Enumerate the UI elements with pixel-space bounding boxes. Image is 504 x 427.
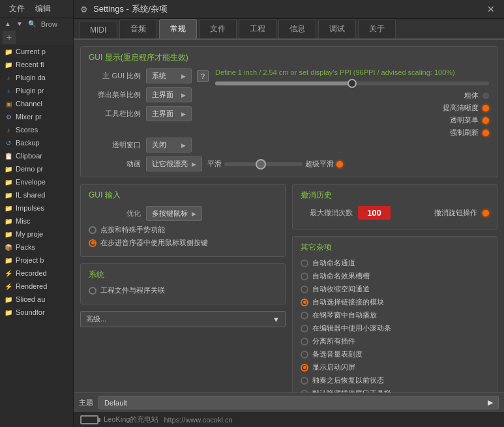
sidebar-item-current[interactable]: 📁 Current p bbox=[0, 45, 73, 58]
animation-dropdown[interactable]: 让它很漂亮 ▶ bbox=[146, 156, 202, 171]
other-option-3-radio[interactable] bbox=[301, 299, 308, 306]
radio2-group: 在步进音序器中使用鼠标双侧按键 bbox=[89, 238, 277, 248]
sidebar-item-ilshared[interactable]: 📁 IL shared bbox=[0, 188, 73, 201]
tab-debug[interactable]: 调试 bbox=[318, 19, 356, 38]
smooth-slider-thumb[interactable] bbox=[256, 159, 266, 169]
nav-up[interactable]: ▲ bbox=[3, 20, 13, 28]
other-option-8-radio[interactable] bbox=[301, 364, 308, 372]
popup-menu-label: 弹出菜单比例 bbox=[89, 90, 141, 100]
sidebar-item-clipboard[interactable]: 📋 Clipboar bbox=[0, 149, 73, 162]
sidebar-item-packs[interactable]: 📦 Packs bbox=[0, 241, 73, 254]
menu-file[interactable]: 文件 bbox=[4, 1, 30, 16]
other-option-2-radio[interactable] bbox=[301, 286, 308, 293]
sidebar-item-misc[interactable]: 📁 Misc bbox=[0, 214, 73, 228]
other-option-7-radio[interactable] bbox=[301, 351, 308, 359]
dropdown-arrow-icon: ▶ bbox=[181, 73, 186, 80]
super-smooth-led[interactable] bbox=[336, 161, 343, 168]
other-option-5-radio[interactable] bbox=[301, 325, 308, 332]
bold-led[interactable] bbox=[482, 93, 489, 99]
other-option-6: 分离所有插件 bbox=[301, 336, 489, 346]
sidebar-item-sliced[interactable]: 📁 Sliced au bbox=[0, 293, 73, 306]
sidebar-item-projectb[interactable]: 📁 Project b bbox=[0, 254, 73, 267]
other-option-0-radio[interactable] bbox=[301, 259, 308, 267]
undo-title: 撤消历史 bbox=[301, 190, 489, 201]
advanced-dropdown[interactable]: 高级... ▼ bbox=[80, 311, 286, 327]
folder-icon: 📁 bbox=[4, 216, 13, 226]
sidebar-item-channel[interactable]: ▣ Channel bbox=[0, 97, 73, 110]
sidebar-item-soundfor[interactable]: 📁 Soundfor bbox=[0, 306, 73, 319]
undo-scroll-led[interactable] bbox=[482, 210, 489, 216]
nav-down[interactable]: ▼ bbox=[14, 20, 25, 28]
animation-label: 动画 bbox=[89, 159, 141, 169]
add-button[interactable]: + bbox=[3, 31, 16, 44]
tab-project[interactable]: 工程 bbox=[239, 19, 276, 38]
main-window: ⚙ Settings - 系统/杂项 ✕ MIDI 音频 常规 文件 工程 信息… bbox=[74, 0, 504, 427]
scale-slider-thumb[interactable] bbox=[348, 79, 357, 88]
sidebar-item-backup[interactable]: ↺ Backup bbox=[0, 136, 73, 149]
gui-display-title: GUI 显示(重启程序才能生效) bbox=[89, 52, 489, 63]
title-bar-left: ⚙ Settings - 系统/杂项 bbox=[80, 3, 168, 15]
other-option-4-label: 在钢琴窗中自动播放 bbox=[312, 310, 377, 320]
popup-menu-value: 主界面 bbox=[152, 90, 173, 100]
left-column: GUI 输入 优化 多按键鼠标 ▶ 点按和特殊手势功能 bbox=[80, 184, 286, 392]
other-options-section: 其它杂项 自动命名通道 自动命名效果槽槽 bbox=[292, 236, 497, 392]
browse-label: Brow bbox=[39, 20, 59, 28]
watermark-url: https://www.cocokl.cn bbox=[164, 416, 232, 424]
popup-menu-row: 弹出菜单比例 主界面 ▶ bbox=[89, 87, 209, 102]
other-option-6-radio[interactable] bbox=[301, 338, 308, 346]
folder-icon: 📁 bbox=[4, 164, 13, 173]
sidebar-item-label: Recorded bbox=[16, 269, 47, 277]
animation-value: 让它很漂亮 bbox=[152, 159, 188, 169]
sidebar: 文件 编辑 ▲ ▼ 🔍 Brow + 📁 Current p 📁 Recent … bbox=[0, 0, 74, 427]
popup-menu-dropdown[interactable]: 主界面 ▶ bbox=[146, 87, 192, 102]
main-gui-dropdown[interactable]: 系统 ▶ bbox=[146, 68, 192, 83]
tab-midi[interactable]: MIDI bbox=[79, 21, 117, 38]
hd-led[interactable] bbox=[482, 105, 489, 111]
max-undo-input[interactable]: 100 bbox=[358, 206, 391, 220]
theme-dropdown[interactable]: Default ▶ bbox=[98, 396, 499, 409]
tab-info[interactable]: 信息 bbox=[278, 19, 316, 38]
other-option-9-radio[interactable] bbox=[301, 377, 308, 385]
sidebar-item-recorded[interactable]: ⚡ Recorded bbox=[0, 267, 73, 280]
bold-option: 粗体 bbox=[464, 91, 489, 100]
sidebar-item-mixer[interactable]: ⚙ Mixer pr bbox=[0, 110, 73, 123]
radio2-button[interactable] bbox=[89, 239, 96, 247]
help-button[interactable]: ? bbox=[197, 70, 209, 82]
other-option-4-radio[interactable] bbox=[301, 312, 308, 319]
transparent-menu-led[interactable] bbox=[482, 117, 489, 124]
sidebar-item-plugin-pr[interactable]: ♪ Plugin pr bbox=[0, 84, 73, 97]
transparent-window-dropdown[interactable]: 关闭 ▶ bbox=[146, 138, 192, 153]
tab-file[interactable]: 文件 bbox=[199, 19, 237, 38]
force-refresh-led[interactable] bbox=[482, 130, 489, 136]
sidebar-item-label: Scores bbox=[16, 126, 38, 134]
system-radio1-button[interactable] bbox=[89, 287, 96, 295]
sidebar-items: 📁 Current p 📁 Recent fi ♪ Plugin da ♪ Pl… bbox=[0, 45, 73, 427]
radio1-button[interactable] bbox=[89, 226, 96, 234]
other-option-7: 备选音量表刻度 bbox=[301, 349, 489, 359]
sidebar-item-label: Soundfor bbox=[16, 308, 45, 316]
sidebar-item-myproje[interactable]: 📁 My proje bbox=[0, 228, 73, 241]
sidebar-item-label: Channel bbox=[16, 100, 42, 108]
channel-icon: ▣ bbox=[4, 99, 13, 108]
sidebar-item-demo[interactable]: 📁 Demo pr bbox=[0, 162, 73, 175]
optimize-dropdown[interactable]: 多按键鼠标 ▶ bbox=[146, 206, 202, 221]
toolbar-dropdown[interactable]: 主界面 ▶ bbox=[146, 106, 192, 121]
main-gui-label: 主 GUI 比例 bbox=[89, 71, 141, 81]
other-option-1-radio[interactable] bbox=[301, 272, 308, 280]
close-button[interactable]: ✕ bbox=[484, 4, 497, 14]
plugin-icon: ♪ bbox=[4, 86, 13, 95]
super-smooth-label: 超级平滑 bbox=[305, 159, 334, 169]
main-gui-value: 系统 bbox=[152, 71, 166, 81]
tab-about[interactable]: 关于 bbox=[358, 19, 396, 38]
sidebar-item-recent[interactable]: 📁 Recent fi bbox=[0, 58, 73, 71]
other-option-1-label: 自动命名效果槽槽 bbox=[312, 271, 370, 281]
menu-edit[interactable]: 编辑 bbox=[30, 1, 56, 16]
tab-audio[interactable]: 音频 bbox=[119, 19, 157, 38]
sidebar-item-scores[interactable]: ♪ Scores bbox=[0, 123, 73, 136]
sidebar-item-rendered[interactable]: ⚡ Rendered bbox=[0, 280, 73, 293]
sidebar-item-plugin-da[interactable]: ♪ Plugin da bbox=[0, 71, 73, 84]
nav-search[interactable]: 🔍 bbox=[26, 20, 38, 28]
tab-general[interactable]: 常规 bbox=[159, 19, 197, 38]
sidebar-item-envelope[interactable]: 📁 Envelope bbox=[0, 175, 73, 188]
sidebar-item-impulses[interactable]: 📁 Impulses bbox=[0, 201, 73, 214]
